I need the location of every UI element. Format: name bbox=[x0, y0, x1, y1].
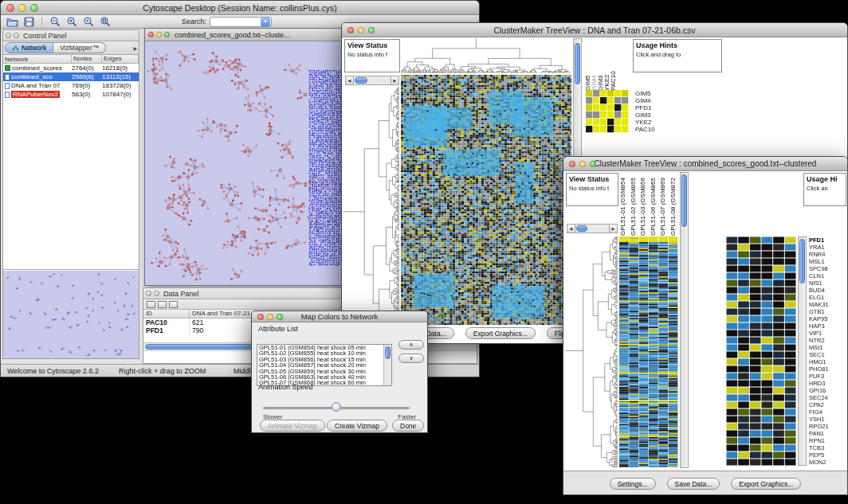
tv2-zoom-vscroll-thumb[interactable] bbox=[799, 239, 805, 283]
gene-label[interactable]: GIM4 bbox=[635, 97, 675, 104]
tab-overflow-arrow-icon[interactable]: ▶ bbox=[133, 45, 137, 51]
gene-label[interactable]: FIG4 bbox=[809, 408, 846, 416]
gene-label[interactable]: PAN1 bbox=[809, 430, 846, 437]
gene-label[interactable]: HRD3 bbox=[809, 380, 846, 387]
data-panel-close-button[interactable] bbox=[154, 291, 159, 296]
attribute-gear-icon[interactable] bbox=[169, 301, 178, 308]
tv2-scroll-thumb[interactable] bbox=[576, 225, 587, 232]
tv2-titlebar[interactable]: ClusterMaker TreeView : combined_scores_… bbox=[563, 157, 847, 171]
zoom-out-icon[interactable] bbox=[48, 16, 61, 28]
tv1-scroll-thumb[interactable] bbox=[355, 77, 367, 84]
gene-label[interactable]: RPO21 bbox=[809, 423, 846, 430]
tv1-column-label[interactable]: GIM3 bbox=[597, 38, 603, 91]
frame-close-button[interactable] bbox=[148, 32, 154, 37]
tv1-column-label[interactable]: GIM5 bbox=[584, 38, 590, 91]
open-folder-icon[interactable] bbox=[6, 16, 19, 28]
tv1-scroll-track[interactable] bbox=[354, 76, 391, 85]
network-list-row[interactable]: combined_scores2764(0)16218(0) bbox=[3, 64, 139, 72]
save-session-icon[interactable] bbox=[22, 16, 36, 28]
minimize-button[interactable] bbox=[18, 4, 26, 12]
tv1-gene-matrix[interactable] bbox=[586, 90, 629, 133]
move-up-button[interactable]: ∧ bbox=[398, 340, 424, 350]
gene-label[interactable]: CLN1 bbox=[809, 272, 846, 279]
data-column-id[interactable]: ID bbox=[143, 310, 190, 318]
gene-label[interactable]: GIM3 bbox=[635, 111, 675, 119]
gene-label[interactable]: YRA1 bbox=[809, 244, 846, 251]
gene-label[interactable]: PHO81 bbox=[809, 365, 846, 373]
tv2-vscrollbar[interactable] bbox=[680, 172, 689, 468]
tv2-array-label[interactable]: GPL51-06 (GSM865 bbox=[650, 172, 659, 236]
scroll-right-icon[interactable]: ▶ bbox=[391, 76, 399, 85]
gene-label[interactable]: MON2 bbox=[809, 459, 846, 466]
gene-label[interactable]: MAK31 bbox=[809, 301, 846, 308]
tv2-array-label[interactable]: GPL51-08 (GSM872 bbox=[669, 172, 679, 236]
scroll-left-icon[interactable]: ◀ bbox=[567, 224, 575, 233]
animation-speed-slider-thumb[interactable] bbox=[332, 402, 341, 412]
tv2-button[interactable]: Save Data... bbox=[667, 478, 720, 490]
gene-label[interactable]: CPA2 bbox=[809, 401, 846, 408]
tv2-heatmap[interactable] bbox=[619, 236, 678, 467]
network-overview-canvas[interactable] bbox=[3, 271, 139, 358]
move-down-button[interactable]: ∨ bbox=[398, 354, 424, 363]
network-list-row[interactable]: combined_sco2569(6)13112(15) bbox=[3, 72, 139, 81]
gene-label[interactable]: PAC10 bbox=[635, 126, 675, 133]
search-input[interactable]: ▾ bbox=[210, 17, 272, 27]
dialog-zoom-button[interactable] bbox=[277, 314, 283, 320]
gene-label[interactable]: HMG1 bbox=[809, 358, 846, 365]
gene-label[interactable]: YSH1 bbox=[809, 416, 846, 423]
network-list-row[interactable]: RNAPuberNov2563(0)107847(0) bbox=[3, 90, 139, 99]
tv2-gene-dendrogram[interactable] bbox=[565, 236, 618, 467]
frame-minimize-button[interactable] bbox=[156, 32, 162, 37]
tv1-vscroll-thumb[interactable] bbox=[575, 43, 580, 84]
gene-label[interactable]: BUD4 bbox=[809, 287, 846, 294]
tv1-button[interactable]: Export Graphics... bbox=[465, 327, 536, 339]
gene-label[interactable]: GIM5 bbox=[635, 90, 675, 97]
tv2-scroll-track[interactable] bbox=[575, 224, 609, 233]
gene-label[interactable]: ELG1 bbox=[809, 294, 846, 301]
gene-label[interactable]: SPC98 bbox=[809, 265, 846, 272]
gene-label[interactable]: NIS1 bbox=[809, 279, 846, 287]
dialog-close-button[interactable] bbox=[257, 314, 264, 320]
tv1-column-label[interactable]: GIM4 bbox=[591, 38, 596, 91]
gene-label[interactable]: MSL1 bbox=[809, 258, 846, 265]
tv2-array-label[interactable]: GPL51-02 (GSM855 bbox=[630, 172, 639, 236]
close-button[interactable] bbox=[6, 4, 14, 12]
gene-label[interactable]: PUF3 bbox=[809, 373, 846, 380]
dialog-minimize-button[interactable] bbox=[267, 314, 273, 320]
gene-label[interactable]: RNR4 bbox=[809, 251, 846, 258]
zoom-fit-icon[interactable] bbox=[98, 16, 112, 28]
attribute-list-scroll-thumb[interactable] bbox=[385, 346, 391, 359]
tv1-titlebar[interactable]: ClusterMaker TreeView : DNA and Tran 07-… bbox=[342, 23, 847, 37]
scroll-right-icon[interactable]: ▶ bbox=[609, 224, 618, 233]
tv2-zoom-scrollbar[interactable]: ◀ ▶ bbox=[567, 224, 618, 233]
tv1-array-dendrogram[interactable] bbox=[401, 38, 571, 73]
tv1-zoom-button[interactable] bbox=[368, 27, 375, 33]
tab-vizmapper[interactable]: VizMapper™ bbox=[53, 42, 106, 53]
attribute-list-scrollbar[interactable] bbox=[383, 345, 391, 385]
tv2-array-label[interactable]: GPL51-07 (GSM869 bbox=[659, 172, 669, 236]
tv2-array-label[interactable]: GPL51-01 (GSM854 bbox=[619, 172, 629, 236]
gene-label[interactable]: KAP95 bbox=[809, 315, 846, 322]
tab-network[interactable]: Network bbox=[5, 42, 53, 53]
gene-label[interactable]: GPI16 bbox=[809, 387, 846, 394]
tv2-button[interactable]: Settings... bbox=[610, 478, 656, 490]
tv2-vscroll-thumb[interactable] bbox=[681, 174, 687, 227]
gene-label[interactable]: PFD1 bbox=[635, 104, 675, 111]
column-header-network[interactable]: Network bbox=[3, 55, 72, 63]
tv1-zoom-scrollbar[interactable]: ◀ ▶ bbox=[345, 76, 399, 85]
zoom-selected-icon[interactable] bbox=[81, 16, 95, 28]
tv1-minimize-button[interactable] bbox=[358, 27, 364, 33]
attribute-listbox[interactable]: GPL51-01 (GSM854) heat shock 05 minGPL51… bbox=[257, 344, 392, 386]
gene-label[interactable]: RPN1 bbox=[809, 437, 846, 444]
search-dropdown-icon[interactable]: ▾ bbox=[261, 18, 270, 26]
frame-zoom-button[interactable] bbox=[164, 32, 170, 37]
gene-label[interactable]: VIP1 bbox=[809, 330, 846, 337]
tv2-zoom-button[interactable] bbox=[590, 161, 596, 167]
scroll-left-icon[interactable]: ◀ bbox=[345, 76, 354, 85]
gene-label[interactable]: SEC1 bbox=[809, 351, 846, 358]
tv1-column-label[interactable]: PAC10 bbox=[610, 38, 615, 91]
zoom-button[interactable] bbox=[30, 4, 38, 12]
column-select-icon[interactable] bbox=[158, 301, 167, 308]
gene-label[interactable]: YKE2 bbox=[635, 119, 675, 126]
panel-close-button[interactable] bbox=[14, 33, 19, 38]
